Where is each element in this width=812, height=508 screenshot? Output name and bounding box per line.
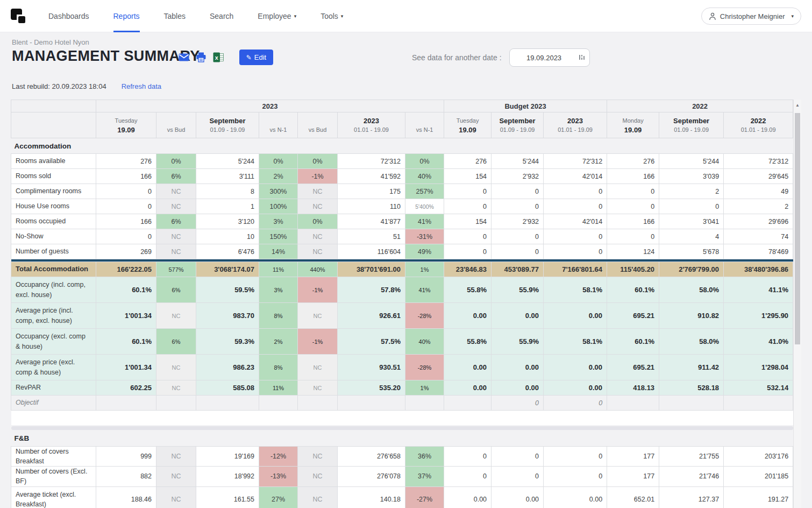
variance-cell: 11% xyxy=(259,380,298,396)
value-cell: 2 xyxy=(724,199,793,214)
value-cell: 585.08 xyxy=(196,380,259,396)
variance-cell: NC xyxy=(298,199,338,214)
value-cell: 269 xyxy=(96,244,156,259)
row-label: Complimentary rooms xyxy=(11,184,96,199)
last-rebuild-text: Last rebuild: 20.09.2023 18:04 xyxy=(12,82,106,90)
row-label: Total Accommodation xyxy=(11,262,96,277)
value-cell: 0 xyxy=(492,396,544,411)
variance-cell: 41% xyxy=(405,214,444,229)
variance-cell: 150% xyxy=(259,229,298,244)
value-cell: 60.1% xyxy=(96,277,156,303)
variance-cell: 440% xyxy=(298,262,338,277)
refresh-data-link[interactable]: Refresh data xyxy=(122,82,161,90)
value-cell: 0 xyxy=(544,184,607,199)
table-row: Complimentary rooms0NC8300%NC175257%0000… xyxy=(11,184,793,199)
value-cell xyxy=(607,396,659,411)
nav-label: Search xyxy=(210,12,233,20)
table-row: No-Show0NC10150%NC51-31%0000474 xyxy=(11,229,793,244)
value-cell: 652.01 xyxy=(607,486,659,508)
summary-table: 2023Budget 20232022Tuesday19.09vs BudSep… xyxy=(11,100,793,508)
table-row: RevPAR602.25NC585.0811%NC535.201%0.000.0… xyxy=(11,380,793,396)
value-cell: 910.82 xyxy=(659,303,724,329)
variance-cell: -12% xyxy=(259,447,298,467)
nav-item-tools[interactable]: Tools▾ xyxy=(320,0,343,32)
value-cell xyxy=(724,396,793,411)
value-cell: 58.1% xyxy=(544,329,607,355)
print-report-button[interactable] xyxy=(196,52,206,62)
value-cell: 2'769'799.00 xyxy=(659,262,724,277)
date-input[interactable] xyxy=(509,48,590,67)
value-cell: 115'405.20 xyxy=(607,262,659,277)
variance-cell: -31% xyxy=(405,229,444,244)
variance-cell: 27% xyxy=(259,486,298,508)
blent-logo[interactable] xyxy=(9,7,27,25)
table-row: Number of covers Breakfast999NC19'169-12… xyxy=(11,447,793,467)
value-cell: 3'039 xyxy=(659,169,724,184)
value-cell: 983.70 xyxy=(196,303,259,329)
value-cell: 528.18 xyxy=(659,380,724,396)
value-cell: 0 xyxy=(607,184,659,199)
nav-item-employee[interactable]: Employee▾ xyxy=(258,0,296,32)
nav-item-reports[interactable]: Reports xyxy=(113,0,140,32)
edit-button-label: Edit xyxy=(254,53,266,61)
variance-cell: 3% xyxy=(259,277,298,303)
nav-item-search[interactable]: Search xyxy=(210,0,233,32)
variance-cell: 1% xyxy=(405,380,444,396)
svg-text:x: x xyxy=(215,54,219,61)
value-cell: 3'111 xyxy=(196,169,259,184)
value-cell: 418.13 xyxy=(607,380,659,396)
variance-cell: -27% xyxy=(405,486,444,508)
value-cell: 0.00 xyxy=(444,355,492,380)
nav-label: Tables xyxy=(164,12,186,20)
variance-cell: 257% xyxy=(405,184,444,199)
horizontal-scrollbar[interactable] xyxy=(11,426,793,430)
hbar-cell xyxy=(11,425,793,431)
value-cell: 154 xyxy=(444,214,492,229)
table-row: Number of covers (Excl. BF)882NC18'992-1… xyxy=(11,467,793,486)
nav-item-dashboards[interactable]: Dashboards xyxy=(48,0,89,32)
variance-cell: NC xyxy=(298,447,338,467)
vertical-scrollbar-thumb[interactable] xyxy=(795,113,800,344)
value-cell: 276'658 xyxy=(338,447,405,467)
variance-cell: -1% xyxy=(298,329,338,355)
variance-cell: 11% xyxy=(259,262,298,277)
management-summary-page: Dashboards Reports Tables Search Employe… xyxy=(0,0,812,508)
value-cell: 5'244 xyxy=(659,154,724,169)
value-cell: 8 xyxy=(196,184,259,199)
value-cell: 57.5% xyxy=(338,329,405,355)
date-selector-label: See data for another date : xyxy=(412,53,502,62)
value-cell: 60.1% xyxy=(607,277,659,303)
value-cell: 55.8% xyxy=(444,277,492,303)
scroll-up-arrow-icon[interactable]: ▲ xyxy=(794,103,801,108)
value-cell: 55.9% xyxy=(492,277,544,303)
value-cell: 78'469 xyxy=(724,244,793,259)
value-cell: 602.25 xyxy=(96,380,156,396)
user-menu[interactable]: Christopher Meignier ▾ xyxy=(701,8,801,25)
column-header: vs N-1 xyxy=(405,112,444,138)
edit-report-button[interactable]: ✎ Edit xyxy=(239,50,273,65)
excel-export-button[interactable]: x xyxy=(213,52,224,62)
value-cell: 276 xyxy=(607,154,659,169)
value-cell: 116'604 xyxy=(338,244,405,259)
column-header: 202201.01 - 19.09 xyxy=(724,112,793,138)
column-header: vs Bud xyxy=(156,112,196,138)
variance-cell: -13% xyxy=(259,467,298,486)
value-cell: 188.46 xyxy=(96,486,156,508)
top-navbar: Dashboards Reports Tables Search Employe… xyxy=(0,0,812,32)
column-header: 202301.01 - 19.09 xyxy=(544,112,607,138)
row-label: Average price (excl. comp & house) xyxy=(11,355,96,380)
column-header xyxy=(11,112,96,138)
value-cell: 177 xyxy=(607,447,659,467)
row-label: RevPAR xyxy=(11,380,96,396)
email-report-button[interactable] xyxy=(179,52,189,62)
value-cell: 59.3% xyxy=(196,329,259,355)
vertical-scrollbar[interactable]: ▲ xyxy=(793,100,801,508)
nav-item-tables[interactable]: Tables xyxy=(164,0,186,32)
value-cell: 930.51 xyxy=(338,355,405,380)
value-cell: 41.0% xyxy=(724,329,793,355)
value-cell: 0 xyxy=(96,199,156,214)
table-row: Average price (excl. comp & house)1'001.… xyxy=(11,355,793,380)
column-header: 202301.01 - 19.09 xyxy=(338,112,405,138)
nav-label: Employee xyxy=(258,12,291,20)
value-cell: 695.21 xyxy=(607,355,659,380)
